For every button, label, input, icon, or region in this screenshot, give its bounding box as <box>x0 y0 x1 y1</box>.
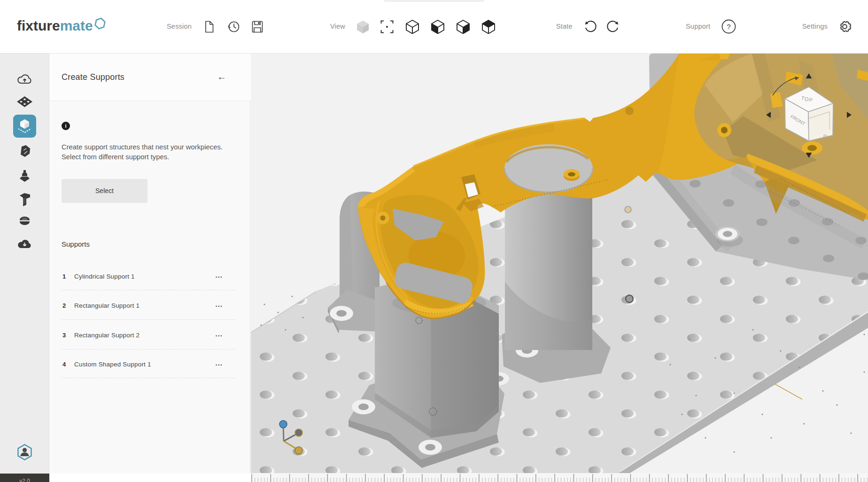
svg-text:?: ? <box>727 23 730 31</box>
